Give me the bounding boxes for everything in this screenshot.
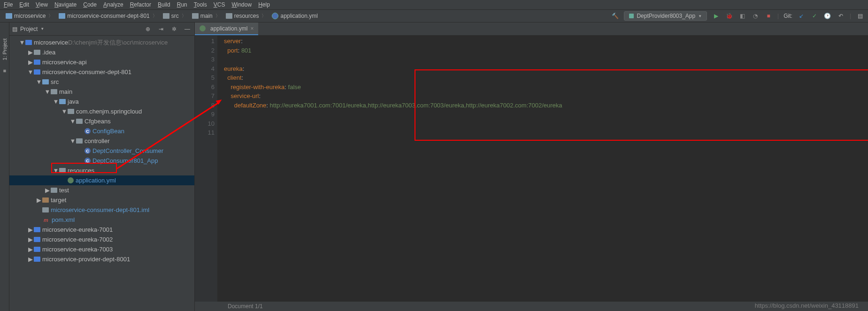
breadcrumb-item[interactable]: src [161, 12, 188, 20]
menu-refactor[interactable]: Refactor [130, 1, 151, 8]
tree-toggle-icon[interactable]: ▶ [27, 236, 34, 243]
tree-toggle-icon[interactable]: ▼ [27, 68, 34, 76]
editor[interactable]: 1234567891011 server: port: 801 eureka: … [195, 36, 868, 311]
coverage-icon[interactable]: ◧ [738, 12, 746, 20]
structure-tool-tab[interactable]: ■ [2, 67, 8, 76]
breadcrumb-item[interactable]: main [190, 12, 222, 20]
tree-row[interactable]: ▼microservice-consumer-dept-801 [9, 67, 194, 77]
gear-icon[interactable]: ✲ [170, 25, 178, 33]
tree-row[interactable]: ▶microservice-provider-dept-8001 [9, 254, 194, 264]
code-line [224, 119, 562, 129]
breadcrumb-item[interactable]: microservice-consumer-dept-801 [57, 12, 159, 20]
tree-row[interactable]: ▶microservice-api [9, 57, 194, 67]
tree-toggle-icon[interactable]: ▶ [27, 246, 34, 253]
tree-row[interactable]: ▼controller [9, 136, 194, 146]
git-history-icon[interactable]: 🕑 [823, 12, 832, 20]
menu-bar: FileEditViewNavigateCodeAnalyzeRefactorB… [0, 0, 868, 9]
tree-toggle-icon[interactable]: ▼ [44, 88, 51, 95]
tree-toggle-icon[interactable]: ▼ [53, 167, 59, 174]
project-tool-tab[interactable]: 1: Project [2, 37, 8, 62]
run-configuration-select[interactable]: DeptProvider8003_App ▼ [624, 11, 707, 21]
stop-icon[interactable]: ■ [764, 12, 773, 20]
menu-navigate[interactable]: Navigate [54, 1, 77, 8]
locate-icon[interactable]: ⊕ [144, 25, 152, 33]
tree-label: target [51, 197, 66, 204]
tree-toggle-icon[interactable]: ▶ [36, 197, 42, 204]
tree-toggle-icon[interactable]: ▼ [36, 78, 42, 85]
project-tree[interactable]: ▼microservice D:\chenjm\开发信息\ocr\microse… [9, 36, 194, 311]
mvn-icon: m [42, 217, 50, 223]
menu-help[interactable]: Help [258, 1, 270, 8]
tree-row[interactable]: application.yml [9, 175, 194, 185]
menu-view[interactable]: View [36, 1, 48, 8]
tab-label: application.yml [210, 25, 247, 32]
menu-build[interactable]: Build [158, 1, 170, 8]
tree-row[interactable]: ▼src [9, 77, 194, 87]
class-icon: C [84, 148, 91, 154]
module-icon [34, 247, 40, 252]
tree-row[interactable]: microservice-consumer-dept-801.iml [9, 205, 194, 215]
tree-row[interactable]: mpom.xml [9, 215, 194, 225]
menu-tools[interactable]: Tools [194, 1, 207, 8]
tab-application-yml[interactable]: application.yml × [195, 23, 258, 35]
tree-row[interactable]: ▼com.chenjm.springcloud [9, 106, 194, 116]
profiler-icon[interactable]: ◔ [751, 12, 760, 20]
hide-icon[interactable]: — [183, 25, 192, 33]
project-panel-title: Project [20, 26, 38, 32]
breadcrumb: microservicemicroservice-consumer-dept-8… [4, 12, 320, 20]
tree-row[interactable]: ▼main [9, 87, 194, 97]
code-content[interactable]: server: port: 801 eureka: client: regist… [217, 36, 562, 311]
watermark: https://blog.csdn.net/weixin_43118891 [755, 302, 859, 309]
folder-icon [51, 89, 57, 94]
build-icon[interactable]: 🔨 [611, 12, 619, 20]
line-number: 11 [195, 128, 215, 137]
tree-row[interactable]: ▼java [9, 97, 194, 106]
tree-toggle-icon[interactable]: ▶ [44, 187, 51, 194]
tree-row[interactable]: CDeptController_Consumer [9, 146, 194, 156]
tree-row[interactable]: ▶target [9, 195, 194, 205]
git-commit-icon[interactable]: ✓ [810, 12, 819, 20]
code-line: register-with-eureka: false [224, 83, 562, 92]
git-revert-icon[interactable]: ↶ [837, 12, 845, 20]
tree-row[interactable]: ▼resources [9, 166, 194, 175]
menu-edit[interactable]: Edit [19, 1, 29, 8]
menu-code[interactable]: Code [83, 1, 97, 8]
editor-area: application.yml × 1234567891011 server: … [195, 23, 868, 311]
line-number: 8 [195, 101, 215, 110]
tree-toggle-icon[interactable]: ▼ [19, 39, 25, 46]
breadcrumb-item[interactable]: resources [224, 12, 269, 20]
menu-file[interactable]: File [4, 1, 13, 8]
tree-label: application.yml [76, 177, 116, 184]
debug-icon[interactable]: 🐞 [725, 12, 733, 20]
tree-row[interactable]: ▶microservice-eureka-7001 [9, 225, 194, 235]
tree-toggle-icon[interactable]: ▼ [53, 98, 59, 105]
tree-row[interactable]: ▼microservice D:\chenjm\开发信息\ocr\microse… [9, 38, 194, 47]
run-icon[interactable]: ▶ [712, 12, 720, 20]
collapse-icon[interactable]: ⇥ [157, 25, 165, 33]
tree-toggle-icon[interactable]: ▶ [27, 256, 34, 263]
breadcrumb-item[interactable]: microservice [4, 12, 55, 20]
menu-run[interactable]: Run [177, 1, 187, 8]
tree-row[interactable]: ▶test [9, 185, 194, 195]
git-update-icon[interactable]: ↙ [797, 12, 806, 20]
tree-toggle-icon[interactable]: ▶ [27, 226, 34, 233]
search-icon[interactable]: ▤ [856, 12, 864, 20]
tree-row[interactable]: ▶microservice-eureka-7002 [9, 235, 194, 244]
tree-row[interactable]: ▶.idea [9, 47, 194, 57]
tree-toggle-icon[interactable]: ▼ [61, 108, 68, 115]
close-icon[interactable]: × [250, 25, 253, 32]
tree-toggle-icon[interactable]: ▼ [69, 137, 76, 144]
tree-row[interactable]: ▶microservice-eureka-7003 [9, 244, 194, 254]
chevron-down-icon[interactable]: ▼ [40, 27, 44, 31]
tree-row[interactable]: CConfigBean [9, 126, 194, 136]
tree-toggle-icon[interactable]: ▶ [27, 59, 34, 66]
tree-row[interactable]: ▼Cfgbeans [9, 116, 194, 126]
menu-window[interactable]: Window [231, 1, 252, 8]
tree-toggle-icon[interactable]: ▼ [69, 118, 76, 125]
menu-analyze[interactable]: Analyze [103, 1, 123, 8]
tree-toggle-icon[interactable]: ▶ [27, 49, 34, 56]
tree-row[interactable]: CDeptConsumer801_App [9, 156, 194, 166]
breadcrumb-item[interactable]: application.yml [270, 12, 319, 20]
editor-tabs: application.yml × [195, 23, 868, 36]
menu-vcs[interactable]: VCS [214, 1, 225, 8]
